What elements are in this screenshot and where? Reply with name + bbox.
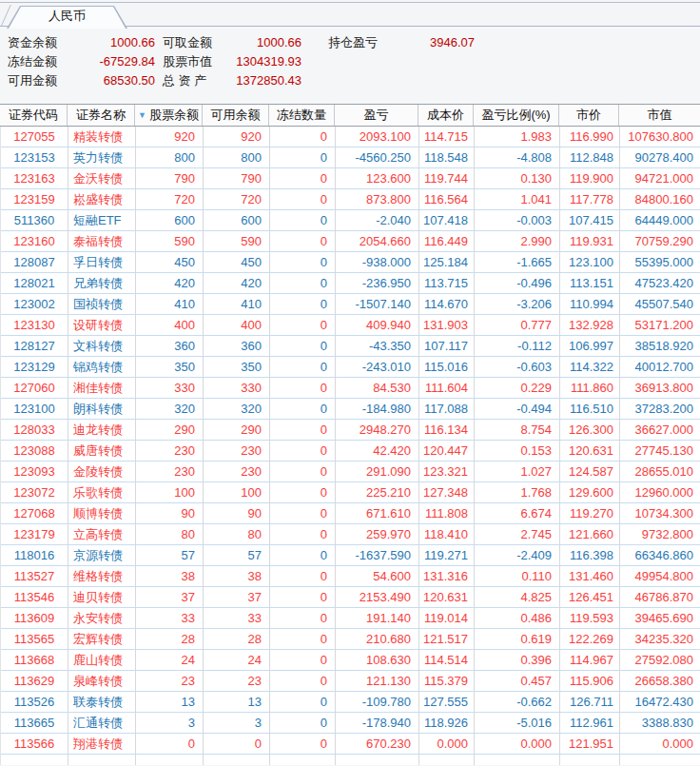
position-pl-label: 持仓盈亏 xyxy=(328,33,387,52)
table-cell: 3 xyxy=(204,713,270,733)
table-cell: 0 xyxy=(270,231,336,251)
table-cell: 9732.800 xyxy=(620,524,700,544)
table-cell: 0 xyxy=(270,482,336,502)
table-row[interactable]: 113665汇通转债330-178.940118.926-5.016112.96… xyxy=(1,713,700,734)
table-row[interactable]: 123153英力转债8008000-4560.250118.548-4.8081… xyxy=(1,147,700,168)
table-cell: -3.206 xyxy=(475,294,560,314)
table-row[interactable]: 123163金沃转债7907900123.600119.7440.130119.… xyxy=(1,168,700,189)
table-cell: 0.457 xyxy=(475,671,560,691)
column-header-0[interactable]: 证券代码 xyxy=(0,105,68,126)
table-cell: 800 xyxy=(136,147,204,167)
table-row[interactable]: 113668鹿山转债24240108.630114.5140.396114.96… xyxy=(1,650,700,671)
table-row[interactable]: 511360短融ETF6006000-2.040107.418-0.003107… xyxy=(1,210,700,231)
table-row[interactable]: 123002国祯转债4104100-1507.140114.670-3.2061… xyxy=(1,294,700,315)
table-row[interactable]: 123093金陵转债2302300291.090123.3211.027124.… xyxy=(1,462,700,482)
table-cell: 泰福转债 xyxy=(68,231,136,251)
table-row[interactable]: 123179立高转债80800259.970118.4102.745121.66… xyxy=(1,524,700,545)
table-cell: 53171.200 xyxy=(620,315,700,335)
table-cell: 38518.920 xyxy=(620,336,700,356)
table-cell: 118.410 xyxy=(419,524,475,544)
table-cell: 110.994 xyxy=(560,294,620,314)
table-cell: -1507.140 xyxy=(336,294,419,314)
table-cell: -2.040 xyxy=(336,210,419,230)
table-row[interactable]: 118016京源转债57570-1637.590119.271-2.409116… xyxy=(1,545,700,566)
column-header-3[interactable]: 可用余额 xyxy=(203,105,269,126)
table-cell: 0 xyxy=(270,378,336,398)
table-cell: 13 xyxy=(136,692,204,712)
table-cell: -0.496 xyxy=(475,273,560,293)
table-row[interactable]: 128021兄弟转债4204200-236.950113.715-0.49611… xyxy=(1,273,700,294)
table-row[interactable]: 113527维格转债3838054.600131.3160.110131.460… xyxy=(1,566,700,587)
table-cell: -178.940 xyxy=(336,713,419,733)
table-row[interactable]: 128033迪龙转债29029002948.270116.1348.754126… xyxy=(1,420,700,441)
tab-bar: 人民币 xyxy=(0,2,700,27)
table-cell: 2948.270 xyxy=(336,420,419,440)
table-row[interactable]: 123100朗科转债3203200-184.980117.088-0.49411… xyxy=(1,399,700,420)
table-cell: 3 xyxy=(136,713,204,733)
table-row[interactable]: 123130设研转债4004000409.940131.9030.777132.… xyxy=(1,315,700,336)
table-cell: 0 xyxy=(270,587,336,607)
table-row[interactable]: 113546迪贝转债373702153.490120.6314.825126.4… xyxy=(1,587,700,608)
table-row[interactable]: 123072乐歌转债1001000225.210127.3481.768129.… xyxy=(1,482,700,503)
table-cell: 350 xyxy=(204,357,270,377)
stock-value-value: 1304319.93 xyxy=(222,52,301,71)
table-cell: -0.494 xyxy=(475,399,560,419)
spacer xyxy=(0,90,700,104)
table-cell: 118.926 xyxy=(419,713,475,733)
summary-row: 资金余额 1000.66 可取金额 1000.66 持仓盈亏 3946.07 xyxy=(8,33,700,52)
table-cell: 230 xyxy=(136,441,204,461)
table-row[interactable]: 113566翔港转债000670.2300.0000.000121.9510.0… xyxy=(1,734,700,755)
table-row[interactable]: 113609永安转债33330191.140119.0140.486119.59… xyxy=(1,608,700,629)
table-row[interactable]: 123159崧盛转债7207200873.800116.5641.041117.… xyxy=(1,189,700,210)
table-cell: 4.825 xyxy=(475,587,560,607)
total-assets-value: 1372850.43 xyxy=(222,71,301,90)
table-cell: 123.100 xyxy=(560,252,620,272)
column-header-4[interactable]: 冻结数量 xyxy=(269,105,335,126)
table-row[interactable]: 123129锦鸡转债3503500-243.010115.016-0.60311… xyxy=(1,357,700,378)
table-cell: 790 xyxy=(204,168,270,188)
table-cell: 123002 xyxy=(1,294,68,314)
empty-cell xyxy=(560,755,620,765)
table-cell: 225.210 xyxy=(336,482,419,502)
table-row[interactable]: 113629泉峰转债23230121.130115.3790.457115.90… xyxy=(1,671,700,692)
table-cell: 113526 xyxy=(1,692,68,712)
column-header-6[interactable]: 成本价 xyxy=(418,105,474,126)
table-cell: 泉峰转债 xyxy=(68,671,136,691)
table-cell: -243.010 xyxy=(336,357,419,377)
table-row[interactable]: 127068顺博转债90900671.610111.8086.674119.27… xyxy=(1,503,700,524)
table-cell: 崧盛转债 xyxy=(68,189,136,209)
table-row[interactable]: 123160泰福转债59059002054.660116.4492.990119… xyxy=(1,231,700,252)
table-cell: 文科转债 xyxy=(68,336,136,356)
table-cell: 511360 xyxy=(1,210,68,230)
column-header-8[interactable]: 市价 xyxy=(559,105,619,126)
table-row[interactable]: 128127文科转债3603600-43.350107.117-0.112106… xyxy=(1,336,700,357)
table-cell: 27592.080 xyxy=(620,650,700,670)
table-row[interactable]: 123088威唐转债230230042.420120.4470.153120.6… xyxy=(1,441,700,462)
table-cell: 0 xyxy=(270,650,336,670)
frozen-amount-value: -67529.84 xyxy=(67,52,155,71)
column-header-2[interactable]: ▼股票余额 xyxy=(135,105,203,126)
table-cell: 119.744 xyxy=(419,168,475,188)
table-cell: 127060 xyxy=(1,378,68,398)
column-header-1[interactable]: 证券名称 xyxy=(68,105,135,126)
table-row[interactable]: 113565宏辉转债28280210.680121.5170.619122.26… xyxy=(1,629,700,650)
table-cell: 迪贝转债 xyxy=(68,587,136,607)
table-cell: 116.510 xyxy=(560,399,620,419)
column-header-9[interactable]: 市值 xyxy=(619,105,700,126)
column-header-5[interactable]: 盈亏 xyxy=(335,105,418,126)
table-cell: -1637.590 xyxy=(336,545,419,565)
table-row[interactable]: 127060湘佳转债330330084.530111.6040.229111.8… xyxy=(1,378,700,399)
position-pl-value: 3946.07 xyxy=(387,33,475,52)
table-cell: 100 xyxy=(204,482,270,502)
table-row[interactable]: 127055精装转债92092002093.100114.7151.983116… xyxy=(1,127,700,147)
table-cell: 119.900 xyxy=(560,168,620,188)
table-cell: 26658.380 xyxy=(620,671,700,691)
table-row[interactable]: 128087孚日转债4504500-938.000125.184-1.66512… xyxy=(1,252,700,273)
column-header-7[interactable]: 盈亏比例(%) xyxy=(474,105,559,126)
tab-rmb[interactable]: 人民币 xyxy=(7,6,127,28)
table-cell: 290 xyxy=(136,420,204,440)
table-cell: 39465.690 xyxy=(620,608,700,628)
table-cell: 迪龙转债 xyxy=(68,420,136,440)
table-cell: 132.928 xyxy=(560,315,620,335)
table-row[interactable]: 113526联泰转债13130-109.780127.555-0.662126.… xyxy=(1,692,700,713)
